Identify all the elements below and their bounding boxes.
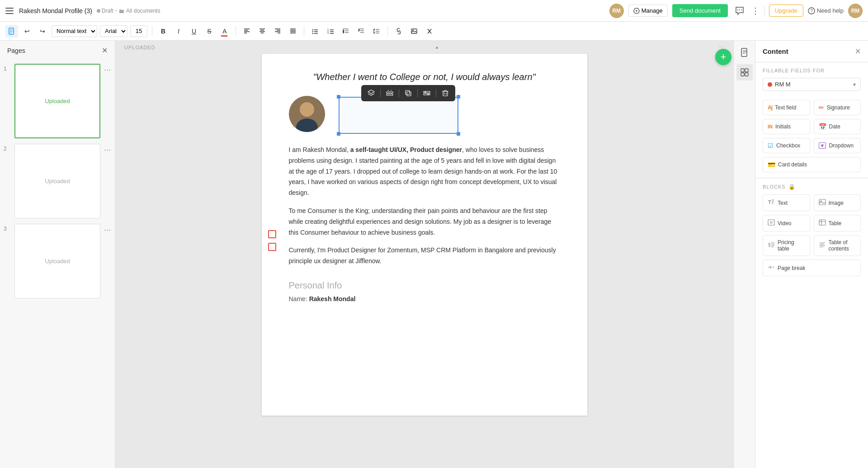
italic-button[interactable]: I [172, 25, 185, 38]
video-block-button[interactable]: Video [763, 215, 810, 232]
checkbox-label: Checkbox [776, 142, 800, 149]
initials-label: Initials [775, 123, 791, 130]
align-left-button[interactable] [241, 25, 253, 38]
line-height-button[interactable] [370, 25, 383, 38]
image-block-icon [819, 199, 826, 207]
card-details-label: Card details [778, 161, 807, 168]
floating-toolbar [361, 85, 455, 101]
svg-rect-39 [819, 220, 826, 225]
float-copy-btn[interactable] [402, 87, 415, 99]
initials-icon: IN [768, 124, 773, 129]
svg-rect-24 [424, 91, 430, 93]
table-block-label: Table [829, 220, 842, 227]
doc-header-bar: UPLOADED ● ⋯ [115, 41, 733, 54]
help-button[interactable]: ? Need help [808, 7, 844, 14]
link-button[interactable] [392, 25, 405, 38]
table-of-contents-button[interactable]: Table of contents [814, 235, 861, 256]
font-size-input[interactable] [130, 25, 147, 37]
page-thumb-2[interactable]: Uploaded [14, 144, 100, 218]
page-thumb-3[interactable]: Uploaded [14, 224, 100, 298]
send-document-button[interactable]: Send document [672, 4, 728, 17]
decrease-indent-button[interactable] [340, 25, 352, 38]
page-num-1: 1 [4, 64, 11, 72]
float-arrange-btn[interactable] [383, 87, 396, 99]
checkbox-button[interactable]: ☑ Checkbox [763, 138, 810, 153]
image-insert-button[interactable] [408, 25, 420, 38]
float-settings-btn[interactable] [420, 87, 433, 99]
resize-handle-tl[interactable] [337, 95, 340, 99]
justify-button[interactable] [287, 25, 299, 38]
text-block-icon: T [768, 199, 775, 207]
redo-button[interactable]: ↪ [36, 25, 49, 38]
page-more-2[interactable]: ⋯ [104, 146, 111, 154]
table-block-button[interactable]: Table [814, 215, 861, 232]
align-center-button[interactable] [256, 25, 269, 38]
float-divider-2 [399, 89, 399, 97]
manage-button[interactable]: Manage [628, 5, 668, 17]
toolbar-divider-2 [236, 26, 236, 36]
dropdown-icon: ▼ [819, 142, 826, 149]
selected-text-box-wrapper[interactable] [339, 97, 458, 134]
svg-rect-33 [745, 73, 748, 76]
numbered-list-button[interactable]: 1.2.3. [324, 25, 337, 38]
help-icon: ? [808, 7, 815, 14]
text-block-button[interactable]: T Text [763, 194, 810, 211]
margin-checkbox-1[interactable] [268, 230, 276, 238]
pages-close-icon[interactable]: ✕ [102, 46, 108, 55]
font-select[interactable]: Arial [100, 25, 127, 37]
resize-handle-tr[interactable] [457, 95, 460, 99]
name-line: Name: Rakesh Mondal [289, 295, 560, 303]
video-block-icon [768, 219, 775, 227]
align-right-button[interactable] [271, 25, 284, 38]
add-content-button[interactable]: + [715, 49, 731, 65]
page-thumb-1[interactable]: Uploaded [14, 64, 100, 138]
card-details-button[interactable]: 💳 Card details [763, 157, 861, 172]
underline-button[interactable]: U [188, 25, 200, 38]
panel-grid-icon[interactable] [736, 64, 753, 80]
toolbar-divider-3 [304, 26, 304, 36]
resize-handle-bl[interactable] [337, 132, 340, 136]
resize-handle-br[interactable] [457, 132, 460, 136]
margin-checkbox-2[interactable] [268, 243, 276, 251]
increase-indent-button[interactable] [355, 25, 368, 38]
signature-button[interactable]: ✏ Signature [814, 100, 861, 115]
more-options-icon[interactable]: ⋮ [751, 6, 760, 16]
doc-meta: Draft • All documents [97, 8, 160, 14]
float-layers-btn[interactable] [365, 87, 377, 99]
toolbar-divider-1 [152, 26, 152, 36]
hamburger-icon[interactable] [5, 6, 14, 15]
upgrade-button[interactable]: Upgrade [769, 5, 803, 17]
toolbar: ↩ ↪ Normal text Arial B I U S A 1.2.3. [0, 22, 868, 41]
bold-button[interactable]: B [157, 25, 170, 38]
svg-point-19 [301, 103, 313, 116]
editor-area[interactable]: UPLOADED ● ⋯ "Whether I went to College … [115, 41, 733, 468]
text-style-select[interactable]: Normal text [52, 25, 97, 37]
bullet-list-button[interactable] [309, 25, 321, 38]
clear-format-button[interactable] [423, 25, 436, 38]
chat-icon[interactable] [732, 4, 747, 18]
pages-label: Pages [7, 47, 25, 54]
float-delete-btn[interactable] [439, 87, 452, 99]
page-view-icon[interactable] [5, 25, 18, 38]
page-more-3[interactable]: ⋯ [104, 226, 111, 234]
page-item-2: 2 Uploaded ⋯ [4, 144, 111, 218]
doc-title: Rakesh Mondal Profile (3) [19, 7, 92, 14]
svg-rect-25 [424, 94, 430, 95]
image-block-button[interactable]: Image [814, 194, 861, 211]
text-field-button[interactable]: A| Text field [763, 100, 810, 115]
strikethrough-button[interactable]: S [203, 25, 216, 38]
date-button[interactable]: 📅 Date [814, 119, 861, 134]
page-more-1[interactable]: ⋯ [104, 66, 111, 74]
fillable-user-selector[interactable]: RM M ▾ [763, 78, 861, 91]
page-item-1: 1 Uploaded ⋯ [4, 64, 111, 138]
svg-text:T: T [768, 199, 771, 205]
text-field-icon: A| [768, 104, 772, 111]
panel-close-icon[interactable]: ✕ [855, 47, 861, 56]
panel-page-icon[interactable] [736, 44, 753, 61]
undo-button[interactable]: ↩ [21, 25, 33, 38]
font-color-button[interactable]: A [218, 25, 231, 38]
dropdown-button[interactable]: ▼ Dropdown [814, 138, 861, 153]
page-break-button[interactable]: Page break [763, 260, 861, 276]
initials-button[interactable]: IN Initials [763, 119, 810, 134]
pricing-table-button[interactable]: $ Pricing table [763, 235, 810, 256]
